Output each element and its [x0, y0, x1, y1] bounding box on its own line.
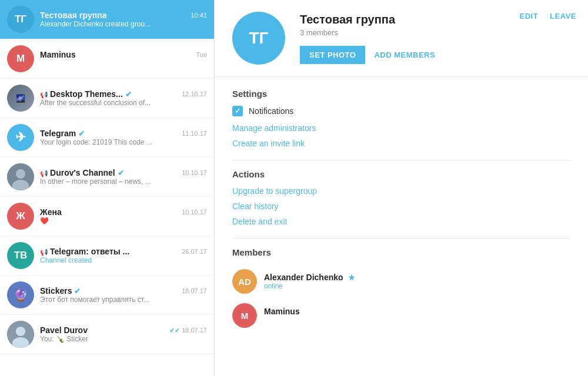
chat-time-zhena: 10.10.17	[182, 209, 207, 216]
member-name-maminus: Maminus	[264, 307, 300, 316]
settings-title: Settings	[232, 89, 570, 99]
avatar-zhena: Ж	[7, 203, 34, 230]
chat-name-testovaya-gruppa: Тестовая группа	[40, 11, 106, 20]
chat-name-durovs-channel: 📢 Durov's Channel ✔	[40, 168, 124, 177]
members-section: Members AD Alexander Dichenko ★ online M	[232, 247, 570, 333]
avatar-desktop-themes: 🌌	[7, 85, 34, 112]
member-avatar-maminus: M	[232, 303, 257, 328]
members-title: Members	[232, 247, 570, 257]
chat-list: ТГ Тестовая группа 10:41 Alexander Diche…	[0, 0, 215, 376]
upgrade-to-supergroup-link[interactable]: Upgrade to supergroup	[232, 186, 570, 196]
chat-item-telegram-otvety[interactable]: ТВ 📢 Telegram: ответы ... 26.07.17 Chann…	[0, 236, 214, 276]
chat-item-durovs-channel[interactable]: 📢 Durov's Channel ✔ 10.10.17 In other – …	[0, 157, 214, 197]
chat-item-maminus[interactable]: M Maminus Tue	[0, 39, 214, 79]
chat-item-desktop-themes[interactable]: 🌌 📢 Desktop Themes... ✔ 12.10.17 After t…	[0, 79, 214, 118]
chat-item-testovaya-gruppa[interactable]: ТГ Тестовая группа 10:41 Alexander Diche…	[0, 0, 214, 39]
set-photo-button[interactable]: SET PHOTO	[300, 46, 365, 64]
avatar-pavel-durov	[7, 321, 34, 348]
chat-name-stickers: Stickers ✔	[40, 286, 81, 296]
chat-preview-testovaya-gruppa: Alexander Dichenko created grou...	[40, 20, 207, 28]
manage-admins-link[interactable]: Manage administrators	[232, 123, 570, 133]
avatar-telegram: ✈	[7, 124, 34, 151]
divider-1	[232, 160, 570, 160]
chat-preview-durovs-channel: In other – more personal – news, ...	[40, 177, 207, 186]
admin-star-icon: ★	[348, 273, 355, 282]
chat-item-pavel-durov[interactable]: Pavel Durov ✔✔ 18.07.17 You: 🍾 Sticker	[0, 315, 214, 354]
chat-name-telegram-otvety: 📢 Telegram: ответы ...	[40, 247, 129, 256]
clear-history-link[interactable]: Clear history	[232, 202, 570, 211]
verified-icon-desktop-themes: ✔	[125, 90, 132, 99]
notifications-checkbox[interactable]	[232, 106, 243, 116]
chat-item-zhena[interactable]: Ж Жена 10.10.17 ❤️	[0, 197, 214, 236]
chat-time-pavel-durov: ✔✔ 18.07.17	[169, 327, 207, 334]
chat-name-maminus: Maminus	[40, 50, 76, 59]
member-status-alexander: online	[264, 282, 355, 290]
chat-time-telegram: 11.10.17	[182, 130, 207, 137]
channel-icon3: 📢	[40, 249, 50, 256]
chat-preview-desktop-themes: After the successful conclusion of...	[40, 99, 207, 107]
double-check-icon: ✔✔	[169, 327, 180, 334]
verified-icon-stickers: ✔	[74, 287, 81, 296]
settings-section: Settings Notifications Manage administra…	[232, 89, 570, 148]
delete-and-exit-link[interactable]: Delete and exit	[232, 217, 570, 226]
notifications-label: Notifications	[249, 106, 293, 116]
chat-name-telegram: Telegram ✔	[40, 129, 85, 138]
avatar-telegram-otvety: ТВ	[7, 242, 34, 269]
avatar-stickers: 🔮	[7, 281, 34, 308]
leave-button[interactable]: LEAVE	[550, 12, 576, 21]
chat-preview-maminus	[40, 59, 207, 68]
svg-point-1	[16, 169, 25, 179]
edit-button[interactable]: EDIT	[519, 12, 538, 21]
actions-section: Actions Upgrade to supergroup Clear hist…	[232, 169, 570, 226]
svg-point-4	[16, 327, 25, 336]
group-members-count: 3 members	[300, 28, 570, 37]
actions-title: Actions	[232, 169, 570, 179]
member-item-alexander[interactable]: AD Alexander Dichenko ★ online	[232, 264, 570, 298]
member-name-alexander: Alexander Dichenko ★	[264, 273, 355, 282]
chat-time-desktop-themes: 12.10.17	[182, 90, 207, 98]
chat-preview-telegram-otvety: Channel created	[40, 256, 207, 264]
top-right-actions: EDIT LEAVE	[519, 12, 576, 21]
chat-time-maminus: Tue	[196, 51, 207, 58]
avatar-testovaya-gruppa: ТГ	[7, 6, 34, 33]
chat-name-pavel-durov: Pavel Durov	[40, 325, 88, 335]
group-avatar: ТГ	[232, 12, 285, 65]
avatar-durovs-channel	[7, 163, 34, 190]
channel-created-link: Channel created	[40, 256, 92, 264]
group-body: Settings Notifications Manage administra…	[215, 77, 588, 356]
group-action-buttons: SET PHOTO ADD MEMBERS	[300, 46, 570, 64]
chat-name-zhena: Жена	[40, 207, 62, 217]
member-avatar-alexander: AD	[232, 269, 257, 294]
chat-item-stickers[interactable]: 🔮 Stickers ✔ 18.07.17 Этот бот помогает …	[0, 276, 214, 315]
chat-time-stickers: 18.07.17	[182, 287, 207, 294]
verified-icon-durov: ✔	[118, 169, 124, 177]
create-invite-link[interactable]: Create an invite link	[232, 139, 570, 148]
group-header: ТГ Тестовая группа 3 members SET PHOTO A…	[215, 0, 588, 77]
chat-name-desktop-themes: 📢 Desktop Themes... ✔	[40, 89, 132, 99]
notifications-row: Notifications	[232, 106, 570, 116]
chat-time-telegram-otvety: 26.07.17	[182, 248, 207, 255]
avatar-maminus: M	[7, 45, 34, 72]
chat-preview-pavel-durov: You: 🍾 Sticker	[40, 335, 207, 343]
chat-preview-telegram: Your login code: 21019 This code ...	[40, 138, 207, 146]
add-members-button[interactable]: ADD MEMBERS	[374, 46, 435, 64]
member-item-maminus[interactable]: M Maminus	[232, 298, 570, 333]
channel-icon: 📢	[40, 91, 50, 98]
chat-item-telegram[interactable]: ✈ Telegram ✔ 11.10.17 Your login code: 2…	[0, 118, 214, 157]
chat-preview-stickers: Этот бот помогает управлять ст...	[40, 296, 207, 304]
divider-2	[232, 238, 570, 239]
verified-icon-telegram: ✔	[78, 129, 85, 138]
group-detail-panel: ТГ Тестовая группа 3 members SET PHOTO A…	[215, 0, 588, 376]
chat-time-testovaya-gruppa: 10:41	[191, 12, 207, 19]
member-status-maminus	[264, 316, 300, 324]
channel-icon2: 📢	[40, 170, 50, 177]
chat-time-durovs-channel: 10.10.17	[182, 169, 207, 176]
chat-preview-zhena: ❤️	[40, 217, 207, 225]
